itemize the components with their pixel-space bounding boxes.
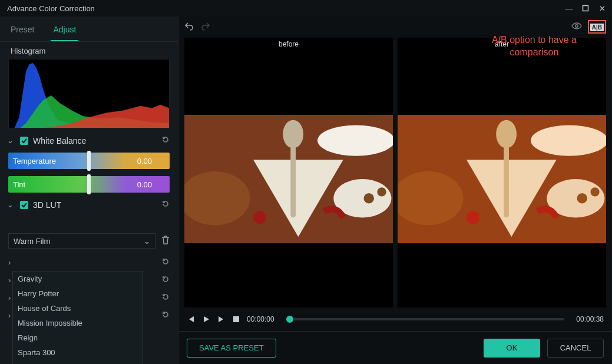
lut-title: 3D LUT [33, 200, 157, 210]
histogram-label: Histogram [0, 42, 178, 58]
temperature-label: Temperature [13, 157, 56, 166]
ab-compare-highlight: A|B [588, 20, 606, 34]
reset-icon[interactable] [161, 293, 170, 303]
slider-thumb[interactable] [87, 174, 91, 194]
svg-point-12 [283, 120, 303, 148]
temperature-value: 0.00 [137, 157, 152, 166]
temperature-slider[interactable]: Temperature 0.00 [8, 153, 170, 169]
save-preset-button[interactable]: SAVE AS PRESET [187, 339, 276, 358]
chevron-down-icon[interactable]: ⌄ [7, 136, 15, 145]
svg-point-4 [575, 24, 578, 27]
svg-point-14 [364, 193, 374, 203]
lut-option[interactable]: Star Wars [13, 360, 143, 364]
white-balance-title: White Balance [33, 136, 157, 145]
reset-icon[interactable] [161, 200, 171, 210]
tint-label: Tint [13, 180, 25, 189]
reset-icon[interactable] [161, 135, 171, 145]
after-pane: after [398, 38, 606, 307]
tab-preset[interactable]: Preset [8, 21, 37, 41]
lut-header: ⌄ 3D LUT [0, 196, 178, 213]
svg-rect-28 [233, 316, 239, 322]
tint-value: 0.00 [137, 180, 152, 189]
cancel-button[interactable]: CANCEL [547, 339, 604, 358]
svg-rect-0 [583, 6, 588, 11]
lut-option[interactable]: Mission Impossible [13, 316, 143, 330]
total-time: 00:00:38 [576, 315, 604, 323]
sidebar-tabs: Preset Adjust [0, 16, 178, 42]
maximize-button[interactable] [580, 3, 591, 14]
svg-point-13 [253, 211, 266, 224]
timeline-track[interactable] [286, 318, 565, 320]
lut-option[interactable]: Sparta 300 [13, 345, 143, 360]
lut-select-row: Warm Film ⌄ [8, 233, 170, 249]
histogram-display [8, 59, 170, 128]
ok-button[interactable]: OK [484, 339, 540, 358]
redo-icon[interactable] [201, 21, 210, 32]
tab-adjust[interactable]: Adjust [51, 21, 78, 41]
preview-toolbar: A|B [178, 16, 612, 37]
chevron-down-icon: ⌄ [144, 237, 150, 246]
before-image [184, 51, 393, 307]
playhead[interactable] [286, 316, 293, 323]
svg-point-15 [377, 187, 386, 196]
window-title: Advance Color Correction [5, 4, 564, 13]
chevron-down-icon[interactable]: ⌄ [7, 200, 15, 209]
tint-slider[interactable]: Tint 0.00 [8, 176, 170, 193]
after-image [398, 51, 606, 307]
lut-option[interactable]: Reign [13, 330, 143, 345]
current-time: 00:00:00 [247, 315, 274, 323]
window-controls: — ✕ [564, 3, 607, 14]
annotation-text: A/B option to have a comparison [492, 34, 577, 59]
titlebar: Advance Color Correction — ✕ [0, 0, 612, 16]
lut-dropdown[interactable]: Warm Film ⌄ [8, 233, 156, 249]
lut-checkbox[interactable] [20, 201, 28, 209]
eye-icon[interactable] [571, 22, 582, 32]
transport-bar: 00:00:00 00:00:38 [178, 307, 612, 331]
stop-button[interactable] [233, 316, 240, 323]
lut-option[interactable]: House of Cards [13, 301, 143, 316]
reset-icon[interactable] [161, 275, 170, 285]
lut-option[interactable]: Harry Potter [13, 286, 143, 301]
ab-compare-button[interactable]: A|B [590, 24, 604, 31]
sidebar: Preset Adjust Histogram ⌄ White Balance … [0, 16, 178, 364]
svg-point-8 [317, 125, 393, 155]
white-balance-checkbox[interactable] [20, 137, 28, 145]
undo-icon[interactable] [184, 21, 194, 32]
lut-dropdown-list[interactable]: GravityHarry PotterHouse of CardsMission… [12, 271, 143, 364]
close-button[interactable]: ✕ [597, 3, 607, 14]
reset-icon[interactable] [161, 310, 170, 320]
prev-frame-button[interactable] [187, 315, 195, 323]
reset-icon[interactable] [161, 257, 170, 267]
lut-selected: Warm Film [14, 237, 50, 246]
lut-option[interactable]: Gravity [13, 272, 143, 286]
play-button[interactable] [202, 315, 210, 323]
svg-rect-27 [398, 115, 606, 243]
footer-bar: SAVE AS PRESET OK CANCEL [178, 331, 612, 364]
next-frame-button[interactable] [217, 315, 226, 323]
compare-panes: before [178, 37, 612, 307]
minimize-button[interactable]: — [564, 3, 574, 14]
slider-thumb[interactable] [87, 151, 91, 171]
white-balance-header: ⌄ White Balance [0, 132, 178, 149]
preview-area: A|B A/B option to have a comparison befo… [178, 16, 612, 364]
trash-icon[interactable] [161, 236, 170, 247]
chevron-right-icon[interactable]: › [8, 258, 19, 267]
before-pane: before [184, 38, 393, 307]
before-label: before [184, 38, 393, 51]
